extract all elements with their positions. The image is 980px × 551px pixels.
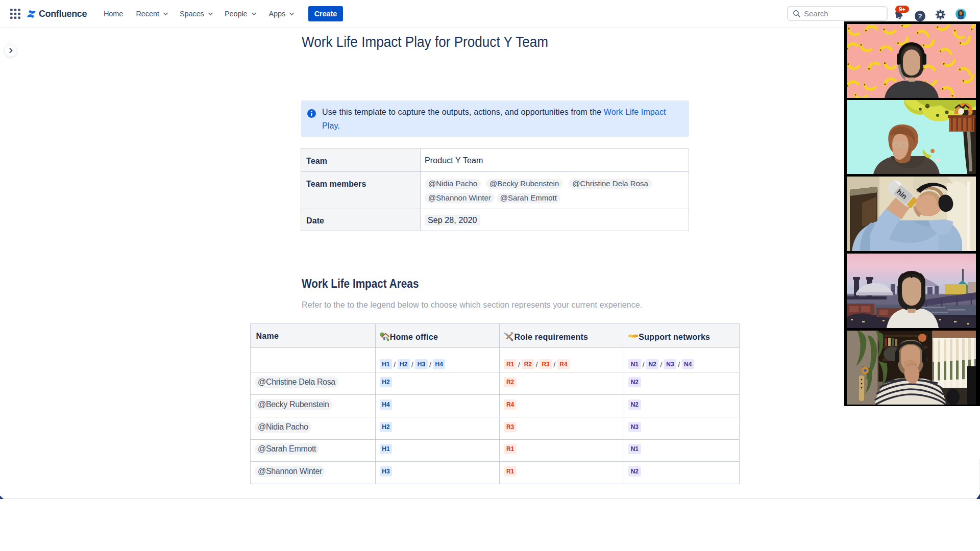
svg-text:?: ?	[918, 12, 922, 20]
